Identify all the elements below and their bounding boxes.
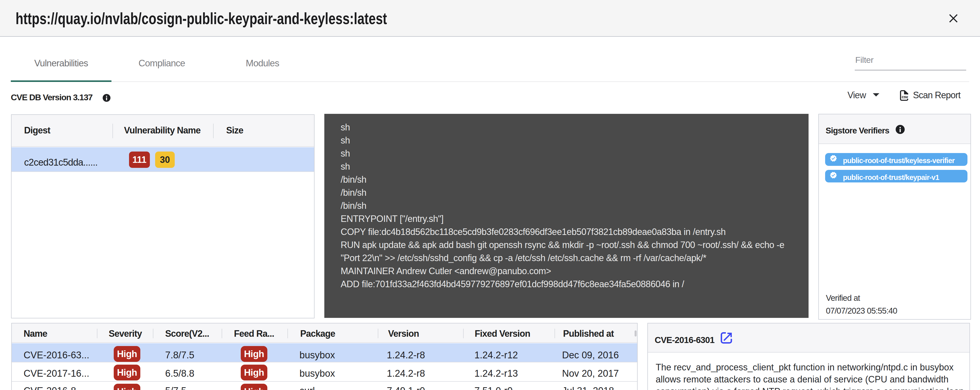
svg-text:csv: csv	[902, 94, 908, 99]
